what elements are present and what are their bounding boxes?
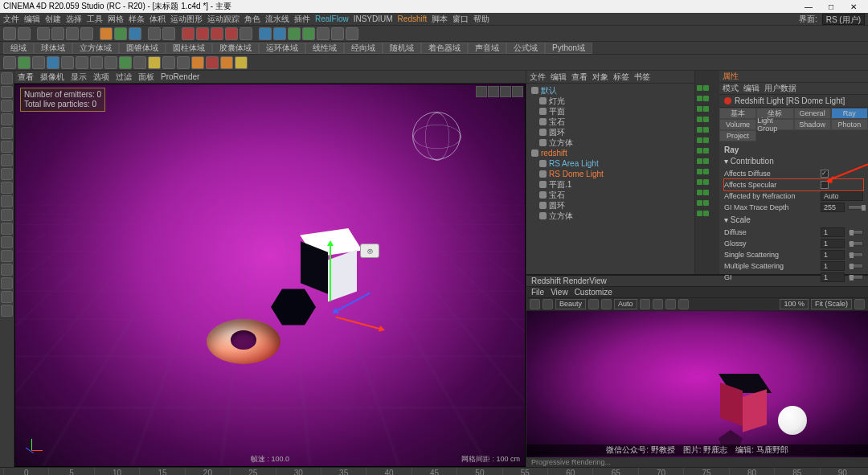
menu-item[interactable]: INSYDIUM [354, 14, 393, 23]
visibility-dots[interactable] [697, 85, 716, 94]
vp-menu[interactable]: 选项 [93, 72, 109, 83]
spline-icon[interactable] [273, 27, 286, 40]
close-button[interactable]: ✕ [842, 1, 865, 12]
rv-fit-dropdown[interactable]: Fit (Scale) [811, 299, 852, 309]
glossy-slider[interactable] [848, 241, 863, 246]
tree-node[interactable]: 立方体 [528, 211, 693, 221]
timeline-ruler[interactable]: 051015202530354045505560657075808590 [0, 467, 868, 475]
field-tab[interactable]: 线性域 [305, 43, 344, 54]
menu-item[interactable]: 窗口 [452, 14, 469, 25]
mode-icon[interactable] [206, 56, 219, 69]
tree-node[interactable]: RS Area Light [528, 158, 693, 169]
undo-icon[interactable] [3, 27, 16, 40]
tool-icon[interactable] [1, 291, 13, 303]
visibility-dots[interactable] [697, 148, 716, 157]
minimize-button[interactable]: — [797, 1, 820, 12]
rv-snapshot-icon[interactable] [601, 299, 612, 309]
tree-node[interactable]: redshift [528, 148, 693, 158]
rv-bucket-icon[interactable] [653, 299, 663, 309]
menu-item[interactable]: 创建 [45, 14, 61, 25]
field-tab[interactable]: 圆锥体域 [119, 43, 166, 54]
rv-aov-dropdown[interactable]: Beauty [555, 299, 586, 309]
select-tool-icon[interactable] [37, 27, 50, 40]
tree-node[interactable]: 灯光 [528, 96, 693, 106]
rv-compare-icon[interactable] [678, 299, 689, 309]
tool-icon[interactable] [1, 182, 13, 194]
field-tab[interactable]: 圆柱体域 [166, 43, 212, 54]
menu-item[interactable]: 脚本 [432, 14, 448, 25]
attr-tab-lightgroup[interactable]: Light Group [756, 119, 793, 130]
mode-icon[interactable] [148, 56, 161, 69]
vp-menu[interactable]: 查看 [18, 72, 34, 83]
group-scale[interactable]: Scale [731, 215, 751, 224]
field-tab[interactable]: 着色器域 [421, 43, 468, 54]
tool-icon[interactable] [1, 277, 13, 289]
tree-node[interactable]: RS Dome Light [528, 169, 693, 179]
vp-orbit-icon[interactable] [500, 86, 511, 97]
glossy-field[interactable]: 1 [821, 239, 845, 248]
mode-icon[interactable] [61, 56, 74, 69]
tree-node[interactable]: 立方体 [528, 137, 693, 148]
render-queue-icon[interactable] [240, 27, 252, 40]
menu-item[interactable]: 样条 [129, 14, 145, 25]
mode-icon[interactable] [119, 56, 132, 69]
mode-icon[interactable] [47, 56, 59, 69]
obj-menu[interactable]: 对象 [592, 72, 608, 83]
rv-render-icon[interactable] [530, 299, 540, 309]
mode-icon[interactable] [177, 56, 190, 69]
move-tool-icon[interactable] [51, 27, 64, 40]
coord-system-icon[interactable] [148, 27, 161, 40]
obj-menu[interactable]: 书签 [634, 72, 650, 83]
mode-icon[interactable] [235, 56, 248, 69]
field-tab[interactable]: 胶囊体域 [212, 43, 259, 54]
renderview-image[interactable]: 微信公众号: 野教授 图片: 野鹿志 编辑: 马鹿野郎 [526, 311, 868, 457]
psr-icon[interactable] [162, 27, 175, 40]
rv-save-icon[interactable] [665, 299, 676, 309]
tree-node[interactable]: 宝石 [528, 190, 693, 200]
tree-node[interactable]: 默认 [528, 85, 693, 96]
gi-slider[interactable] [848, 275, 863, 280]
field-tab[interactable]: 立方体域 [72, 43, 119, 54]
menu-item[interactable]: 工具 [87, 14, 103, 25]
menu-item[interactable]: 角色 [244, 14, 260, 25]
tool-icon[interactable] [1, 127, 13, 139]
redo-icon[interactable] [18, 27, 31, 40]
visibility-dots[interactable] [697, 179, 716, 188]
multiple-scattering-field[interactable]: 1 [821, 261, 845, 271]
field-tab[interactable]: 经向域 [344, 43, 383, 54]
field-tab[interactable]: 组域 [3, 43, 34, 54]
field-tab[interactable]: Python域 [545, 43, 592, 54]
obj-menu[interactable]: 编辑 [551, 72, 567, 83]
vp-menu[interactable]: ProRender [161, 72, 199, 81]
visibility-dots[interactable] [697, 106, 716, 115]
group-contribution[interactable]: Contribution [731, 157, 774, 166]
menu-item[interactable]: 文件 [3, 14, 19, 25]
visibility-dots[interactable] [697, 117, 716, 125]
tree-node[interactable]: 平面 [528, 106, 693, 117]
attr-tab-shadow[interactable]: Shadow [794, 119, 831, 130]
attr-tab-ray[interactable]: Ray [831, 108, 868, 119]
menu-item-realflow[interactable]: RealFlow [315, 14, 349, 23]
field-tab[interactable]: 随机域 [383, 43, 421, 54]
tree-node[interactable]: 平面.1 [528, 179, 693, 190]
menu-item[interactable]: 体积 [149, 14, 166, 25]
tool-icon[interactable] [1, 168, 13, 180]
refraction-dropdown[interactable]: Auto [821, 191, 863, 201]
tree-node[interactable]: 圆环 [528, 200, 693, 211]
menu-item[interactable]: 运动跟踪 [207, 14, 240, 25]
vp-menu[interactable]: 过滤 [116, 72, 132, 83]
tool-icon[interactable] [1, 100, 13, 112]
mode-icon[interactable] [133, 56, 146, 69]
tool-icon[interactable] [1, 264, 13, 276]
mode-icon[interactable] [220, 56, 233, 69]
tool-icon[interactable] [1, 72, 13, 84]
tool-icon[interactable] [1, 250, 13, 262]
visibility-dots[interactable] [697, 200, 716, 209]
mode-icon[interactable] [3, 56, 16, 69]
rv-menu[interactable]: View [551, 288, 568, 297]
mode-icon[interactable] [18, 56, 31, 69]
axis-y-gizmo[interactable] [330, 245, 331, 301]
vp-menu[interactable]: 摄像机 [40, 72, 64, 83]
axis-x-icon[interactable] [100, 27, 113, 40]
viewport-3d[interactable]: Number of emitters: 0 Total live particl… [14, 84, 526, 467]
